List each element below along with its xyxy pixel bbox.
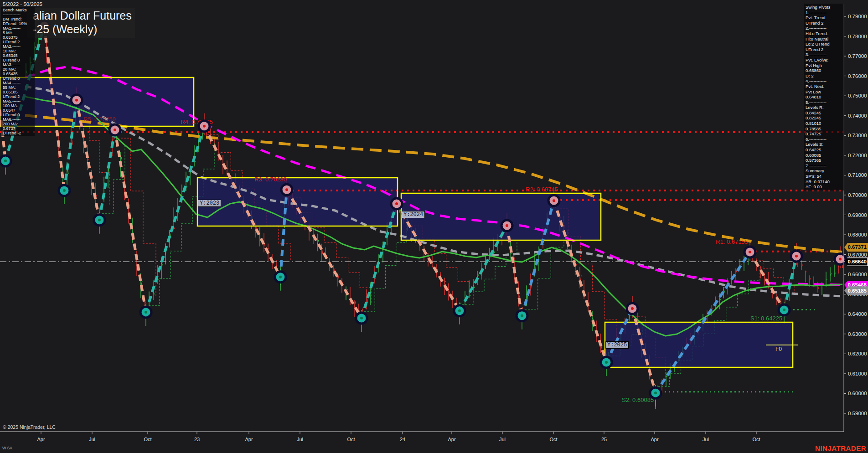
panel-line: 0.57365 <box>806 158 844 163</box>
panel-line: UTrend 2 <box>3 40 35 44</box>
price-axis-label: 0.77000 <box>848 53 867 59</box>
panel-line: UTrend 2 <box>3 94 35 99</box>
bench-marks-panel: Bench Marks-------------BM Trend:DTrend … <box>1 7 35 136</box>
time-axis-label: 25 <box>601 437 607 442</box>
panel-line: DTrend -2 <box>3 131 35 135</box>
year-divider-label: Y:2025 <box>605 341 629 349</box>
time-axis-label: 23 <box>194 437 200 442</box>
panel-line: 100 MA: <box>3 103 35 108</box>
panel-line: 0.6737 <box>3 126 35 131</box>
panel-line: Pvt. Trend: <box>806 15 844 21</box>
panel-line: Levels R: <box>806 105 844 110</box>
swing-pivot-dot <box>654 391 657 394</box>
panel-line: Lo:2 UTrend <box>806 41 844 47</box>
panel-line: MA3.------ <box>3 62 35 67</box>
swing-pivot-dot <box>279 276 282 278</box>
price-axis-label: 0.66000 <box>848 272 867 277</box>
time-axis-label: Apr <box>245 437 253 442</box>
ninjatrader-chart-window: R5: 0.73250R4: 0.73165R3: 0.70230R2: 0.6… <box>0 0 868 453</box>
price-axis-label: 0.73000 <box>848 133 867 138</box>
panel-line: Pvt Low <box>806 89 844 95</box>
f0-label: F0 <box>775 346 782 352</box>
time-axis-label: Oct <box>347 437 355 442</box>
level-label-R1: R1: 0.67155 <box>716 238 748 245</box>
panel-line: 0.64225 <box>806 147 844 153</box>
highlight-box-fill <box>401 193 601 240</box>
swing-pivot-dot <box>521 314 523 317</box>
panel-line: HiLo Trend: <box>806 31 844 36</box>
price-axis-label: 0.74000 <box>848 113 867 118</box>
time-axis-label: Jul <box>297 437 303 442</box>
panel-line: 0.65185 <box>3 90 35 94</box>
swing-pivot-dot <box>839 258 842 261</box>
panel-line: Pvt. Evolve: <box>806 57 844 63</box>
panel-line: 2.------------ <box>806 26 844 31</box>
panel-line: MA5.------ <box>3 99 35 103</box>
swing-pivot-dot <box>783 309 785 311</box>
panel-line: AR: 0.07140 <box>806 179 844 185</box>
panel-line: ------------- <box>3 12 35 17</box>
panel-line: 3.------------ <box>806 52 844 57</box>
panel-line: 1.------------ <box>806 10 844 15</box>
swing-pivot-dot <box>506 224 508 227</box>
panel-line: Swing Pivots <box>806 5 844 10</box>
price-axis-label: 0.69000 <box>848 212 867 218</box>
price-axis-label: 0.63000 <box>848 331 867 337</box>
time-axis-label: Oct <box>144 437 151 442</box>
date-range-label: 5/2022 - 50/2025 <box>3 1 42 7</box>
panel-line: Levels S: <box>806 142 844 147</box>
panel-line: 10 MA: <box>3 49 35 53</box>
panel-line: DTrend -19% <box>3 21 35 26</box>
panel-line: MA4.------ <box>3 81 35 85</box>
swing-pivot-dot <box>795 255 798 257</box>
panel-line: 0.74725 <box>806 131 844 137</box>
panel-line: 5 MA: <box>3 31 35 35</box>
time-axis-label: Jul <box>703 437 709 442</box>
chart-title-line2: -25 (Weekly) <box>33 22 135 36</box>
time-axis-label: Apr <box>651 437 658 442</box>
swing-pivot-dot <box>631 307 634 310</box>
level-label-S1: S1: 0.64225 <box>750 315 782 322</box>
swing-pivot-dot <box>4 160 7 162</box>
swing-pivots-panel: Swing Pivots1.------------Pvt. Trend:UTr… <box>804 4 844 190</box>
panel-line: 0.65375 <box>3 35 35 40</box>
price-axis-label: 0.67000 <box>848 252 867 257</box>
price-axis-label: 0.64000 <box>848 311 867 317</box>
panel-line: 0.65435 <box>3 72 35 76</box>
price-chart-canvas[interactable]: R5: 0.73250R4: 0.73165R3: 0.70230R2: 0.6… <box>0 0 868 453</box>
panel-line: 0.84245 <box>806 110 844 116</box>
year-divider-label: Y:2024 <box>402 211 425 218</box>
level-label-R2: R2: 0.69745 <box>526 186 558 193</box>
price-axis-label: 0.76000 <box>848 73 867 79</box>
year-divider-label: Y:2023 <box>198 200 221 207</box>
swing-pivot-dot <box>395 202 398 205</box>
price-axis-label: 0.75000 <box>848 93 867 98</box>
swing-pivot-dot <box>145 311 147 314</box>
copyright-label: © 2025 NinjaTrader, LLC <box>3 424 56 430</box>
ninjatrader-logo: NINJATRADER <box>815 444 866 452</box>
panel-line: 0.66860 <box>806 68 844 73</box>
panel-line: 0.82245 <box>806 115 844 121</box>
time-axis-label: Apr <box>37 437 45 442</box>
price-tag: 0.67371 <box>844 243 868 252</box>
panel-line: 200 MA: <box>3 122 35 126</box>
price-axis-label: 0.60000 <box>848 391 867 396</box>
panel-line: 55 MA: <box>3 85 35 90</box>
time-axis-label: Jul <box>89 437 95 442</box>
panel-line: UTrend 0 <box>3 76 35 81</box>
time-axis-label: Oct <box>549 437 557 442</box>
time-axis-label: Oct <box>752 437 760 442</box>
swing-pivot-dot <box>114 129 116 131</box>
panel-line: 5.------------ <box>806 100 844 105</box>
panel-line: 0.65345 <box>3 53 35 58</box>
instrument-label: W 6A <box>2 446 12 450</box>
panel-line: MA2.------ <box>3 44 35 49</box>
panel-line: D: 2 <box>806 73 844 79</box>
level-label-S2: S2: 0.60085 <box>622 396 654 403</box>
panel-line: MA1.------ <box>3 26 35 31</box>
panel-line: 0.64810 <box>806 94 844 100</box>
panel-line: UTrend 0 <box>3 113 35 117</box>
panel-line: AF: 9.00 <box>806 184 844 190</box>
panel-line: Summary <box>806 168 844 174</box>
panel-line: Bench Marks <box>3 8 35 12</box>
